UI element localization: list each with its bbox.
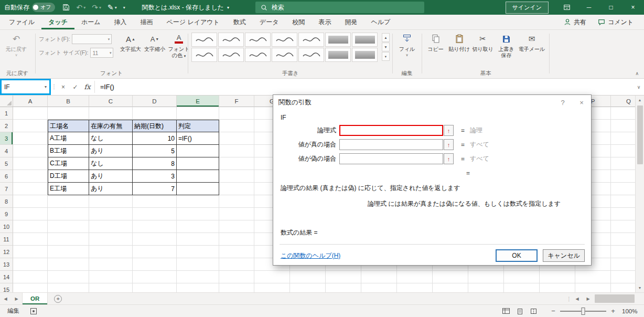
column-header-D[interactable]: D — [133, 96, 177, 107]
column-header-B[interactable]: B — [48, 96, 89, 107]
cell-B1[interactable] — [48, 107, 89, 120]
cell-C15[interactable] — [89, 283, 133, 292]
pen-swatch[interactable] — [272, 48, 297, 62]
pen-swatch[interactable] — [245, 33, 271, 47]
autosave-toggle[interactable]: 自動保存 オフ — [4, 3, 55, 12]
cell-B9[interactable] — [48, 208, 89, 220]
cell-O14[interactable] — [540, 271, 575, 283]
sheet-tab-or[interactable]: OR — [22, 293, 48, 304]
cell-E12[interactable] — [177, 246, 219, 258]
column-header-E[interactable]: E — [177, 96, 219, 107]
cell-P14[interactable] — [575, 271, 611, 283]
cell-O15[interactable] — [540, 283, 575, 292]
comments-button[interactable]: コメント — [594, 16, 638, 28]
save-button[interactable]: 上書き保存 — [495, 30, 518, 59]
ribbon-display-options-button[interactable] — [556, 0, 578, 15]
cell-M15[interactable] — [468, 283, 504, 292]
cell-D8[interactable] — [133, 195, 177, 208]
signin-button[interactable]: サインイン — [506, 2, 549, 14]
cell-A11[interactable] — [13, 233, 48, 246]
cell-B8[interactable] — [48, 195, 89, 208]
cell-F3[interactable] — [219, 132, 254, 145]
cell-E14[interactable] — [177, 271, 219, 283]
cell-C13[interactable] — [89, 258, 133, 271]
cell-D5[interactable]: 8 — [133, 157, 177, 170]
row-header-2[interactable]: 2 — [0, 120, 13, 132]
dialog-help-icon[interactable]: ? — [553, 95, 572, 110]
cell-F8[interactable] — [219, 195, 254, 208]
tab-表示[interactable]: 表示 — [312, 15, 338, 29]
insert-function-button[interactable]: fx — [81, 79, 93, 95]
pen-swatch[interactable] — [218, 48, 244, 62]
cell-K14[interactable] — [397, 271, 433, 283]
normal-view-button[interactable] — [499, 305, 513, 317]
cell-J14[interactable] — [361, 271, 397, 283]
expand-formula-bar-icon[interactable]: ∨ — [634, 79, 644, 95]
cell-B2[interactable]: 工場名 — [48, 120, 89, 132]
sheet-nav-left-icon[interactable]: ◀ — [0, 293, 11, 304]
search-input[interactable]: 検索 — [255, 2, 424, 13]
highlighter-swatch[interactable] — [325, 33, 351, 47]
dialog-close-icon[interactable]: × — [572, 95, 591, 110]
column-header-A[interactable]: A — [13, 96, 48, 107]
close-button[interactable]: × — [622, 0, 644, 15]
redo-button[interactable]: ↷▾ — [89, 0, 104, 15]
vertical-scroll-thumb[interactable] — [637, 105, 643, 164]
cell-A3[interactable] — [13, 132, 48, 145]
pen-swatch[interactable] — [298, 33, 324, 47]
ok-button[interactable]: OK — [496, 249, 538, 262]
cell-A6[interactable] — [13, 170, 48, 183]
row-header-4[interactable]: 4 — [0, 145, 13, 157]
cell-C2[interactable]: 在庫の有無 — [89, 120, 133, 132]
tab-データ[interactable]: データ — [253, 15, 286, 29]
tab-描画[interactable]: 描画 — [134, 15, 160, 29]
collapse-ribbon-icon[interactable]: ∧ — [635, 71, 639, 76]
enter-entry-button[interactable]: ✓ — [69, 79, 81, 95]
cell-D9[interactable] — [133, 208, 177, 220]
font-size-combo[interactable]: 11▾ — [90, 48, 113, 58]
cell-G14[interactable] — [254, 271, 290, 283]
cell-D3[interactable]: 10 — [133, 132, 177, 145]
cell-E3[interactable]: =IF() — [177, 132, 219, 145]
undo-big-button[interactable]: ↶ 元に戻す ∨ — [4, 33, 28, 57]
argument-input-1[interactable] — [339, 125, 443, 136]
cell-E11[interactable] — [177, 233, 219, 246]
tab-ファイル[interactable]: ファイル — [2, 15, 41, 29]
cell-F5[interactable] — [219, 157, 254, 170]
gallery-down-icon[interactable]: ▼ — [382, 43, 390, 51]
cell-E2[interactable]: 判定 — [177, 120, 219, 132]
cell-D7[interactable]: 7 — [133, 183, 177, 195]
horizontal-scrollbar[interactable] — [594, 293, 644, 304]
cell-A12[interactable] — [13, 246, 48, 258]
tab-ホーム[interactable]: ホーム — [74, 15, 108, 29]
cell-A1[interactable] — [13, 107, 48, 120]
cell-N14[interactable] — [504, 271, 540, 283]
cell-C7[interactable]: あり — [89, 183, 133, 195]
cell-B13[interactable] — [48, 258, 89, 271]
cell-M14[interactable] — [468, 271, 504, 283]
cell-H15[interactable] — [290, 283, 326, 292]
zoom-slider-thumb[interactable] — [582, 308, 585, 315]
cell-E9[interactable] — [177, 208, 219, 220]
zoom-out-button[interactable]: − — [550, 307, 557, 315]
font-name-combo[interactable]: ▾ — [72, 34, 112, 44]
record-macro-button[interactable] — [27, 308, 40, 314]
cell-P15[interactable] — [575, 283, 611, 292]
cell-B7[interactable]: E工場 — [48, 183, 89, 195]
cell-C1[interactable] — [89, 107, 133, 120]
cell-B12[interactable] — [48, 246, 89, 258]
shrink-font-button[interactable]: A▼ 文字縮小 — [143, 33, 167, 52]
argument-input-2[interactable] — [339, 139, 443, 150]
scroll-down-icon[interactable]: ▼ — [636, 283, 644, 292]
row-header-10[interactable]: 10 — [0, 220, 13, 233]
row-header-11[interactable]: 11 — [0, 233, 13, 246]
paste-button[interactable]: 貼り付け — [447, 30, 471, 59]
cell-B10[interactable] — [48, 220, 89, 233]
cell-D1[interactable] — [133, 107, 177, 120]
pen-swatch[interactable] — [298, 48, 324, 62]
cell-E5[interactable] — [177, 157, 219, 170]
undo-button[interactable]: ↶▾ — [73, 0, 89, 15]
name-box[interactable]: IF ▾ — [0, 79, 51, 95]
cell-D14[interactable] — [133, 271, 177, 283]
document-title[interactable]: 関数とは.xlsx - 保存しました ▾ — [142, 3, 229, 12]
